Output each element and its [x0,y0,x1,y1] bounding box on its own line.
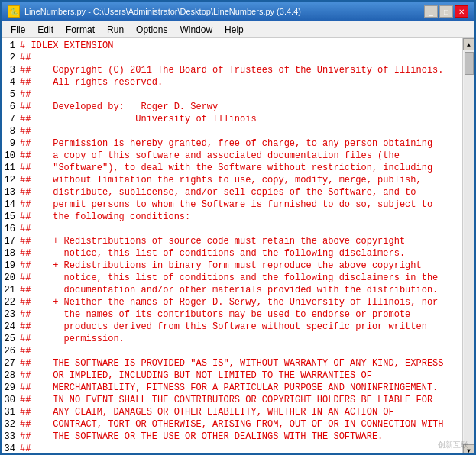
table-row: 8## [3,125,461,137]
line-number: 20 [3,272,20,284]
table-row: 28## OR IMPLIED, INCLUDING BUT NOT LIMIT… [3,369,461,382]
table-row: 15## the following conditions: [3,211,461,223]
line-number: 27 [3,357,20,369]
list-item: ## CONTRACT, TORT OR OTHERWISE, ARISING … [20,418,461,431]
line-number: 15 [3,211,20,223]
list-item: ## permission. [20,333,461,345]
table-row: 33## THE SOFTWARE OR THE USE OR OTHER DE… [3,431,461,443]
window-title: LineNumbers.py - C:\Users\Administrator\… [24,7,301,16]
line-number: 21 [3,284,20,296]
list-item: ## a copy of this software and associate… [20,150,461,162]
table-row: 21## documentation and/or other material… [3,284,461,296]
line-number: 32 [3,418,20,431]
menu-item-edit[interactable]: Edit [31,23,60,37]
list-item: ## [20,89,461,101]
table-row: 26## [3,345,461,357]
line-number: 19 [3,260,20,272]
menu-item-help[interactable]: Help [219,23,250,37]
close-button[interactable]: ✕ [455,5,468,18]
menu-item-format[interactable]: Format [60,23,101,37]
line-number: 24 [3,321,20,333]
line-number: 9 [3,137,20,150]
list-item: ## + Redistributions in binary form must… [20,260,461,272]
table-row: 23## the names of its contributors may b… [3,308,461,321]
table-row: 34## [3,443,461,455]
list-item: ## [20,125,461,137]
menu-item-file[interactable]: File [5,23,31,37]
menu-item-run[interactable]: Run [101,23,130,37]
editor-container: 1# IDLEX EXTENSION2##3## Copyright (C) 2… [2,38,474,455]
list-item: ## documentation and/or other materials … [20,284,461,296]
table-row: 29## MERCHANTABILITY, FITNESS FOR A PART… [3,382,461,394]
list-item: ## University of Illinois [20,113,461,125]
app-icon: 🐍 [8,5,20,18]
list-item: ## Permission is hereby granted, free of… [20,137,461,150]
line-number: 30 [3,394,20,406]
list-item: ## All rights reserved. [20,76,461,89]
list-item: ## ANY CLAIM, DAMAGES OR OTHER LIABILITY… [20,406,461,418]
line-number: 33 [3,431,20,443]
table-row: 19## + Redistributions in binary form mu… [3,260,461,272]
line-number: 1 [3,40,20,52]
list-item: ## "Software"), to deal with the Softwar… [20,162,461,174]
table-row: 9## Permission is hereby granted, free o… [3,137,461,150]
list-item: ## the names of its contributors may be … [20,308,461,321]
list-item: ## [20,345,461,357]
line-number: 34 [3,443,20,455]
line-number: 4 [3,76,20,89]
scrollbar[interactable]: ▲ ▼ [462,38,474,455]
list-item: ## products derived from this Software w… [20,321,461,333]
list-item: ## [20,223,461,235]
list-item: ## distribute, sublicense, and/or sell c… [20,186,461,198]
menu-bar: FileEditFormatRunOptionsWindowHelp [2,21,474,38]
scroll-down-button[interactable]: ▼ [463,444,475,455]
table-row: 13## distribute, sublicense, and/or sell… [3,186,461,198]
scroll-up-button[interactable]: ▲ [463,38,475,50]
list-item: ## + Redistributions of source code must… [20,235,461,247]
list-item: ## permit persons to whom the Software i… [20,198,461,211]
code-lines: 1# IDLEX EXTENSION2##3## Copyright (C) 2… [2,38,462,455]
line-number: 8 [3,125,20,137]
table-row: 11## "Software"), to deal with the Softw… [3,162,461,174]
minimize-button[interactable]: _ [424,5,438,18]
title-bar: 🐍 LineNumbers.py - C:\Users\Administrato… [2,2,474,21]
scroll-track[interactable] [464,50,474,444]
menu-item-options[interactable]: Options [130,23,173,37]
line-number: 25 [3,333,20,345]
line-number: 31 [3,406,20,418]
list-item: ## THE SOFTWARE IS PROVIDED "AS IS", WIT… [20,357,461,369]
line-number: 29 [3,382,20,394]
list-item: ## + Neither the names of Roger D. Serwy… [20,296,461,308]
list-item: ## OR IMPLIED, INCLUDING BUT NOT LIMITED… [20,369,461,382]
list-item: ## Developed by: Roger D. Serwy [20,101,461,113]
list-item: ## [20,52,461,64]
table-row: 2## [3,52,461,64]
line-number: 16 [3,223,20,235]
list-item: ## MERCHANTABILITY, FITNESS FOR A PARTIC… [20,382,461,394]
list-item: ## notice, this list of conditions and t… [20,247,461,260]
window-container: 🐍 LineNumbers.py - C:\Users\Administrato… [0,0,476,455]
line-number: 10 [3,150,20,162]
table-row: 22## + Neither the names of Roger D. Ser… [3,296,461,308]
line-number: 11 [3,162,20,174]
line-number: 22 [3,296,20,308]
line-number: 26 [3,345,20,357]
list-item: # IDLEX EXTENSION [20,40,461,52]
table-row: 6## Developed by: Roger D. Serwy [3,101,461,113]
scroll-thumb[interactable] [465,52,474,75]
list-item: ## Copyright (C) 2011 The Board of Trust… [20,64,461,76]
table-row: 18## notice, this list of conditions and… [3,247,461,260]
line-number: 3 [3,64,20,76]
list-item: ## notice, this list of conditions and t… [20,272,461,284]
table-row: 27## THE SOFTWARE IS PROVIDED "AS IS", W… [3,357,461,369]
menu-item-window[interactable]: Window [173,23,219,37]
maximize-button[interactable]: □ [439,5,453,18]
list-item: ## the following conditions: [20,211,461,223]
table-row: 20## notice, this list of conditions and… [3,272,461,284]
line-number: 28 [3,369,20,382]
table-row: 10## a copy of this software and associa… [3,150,461,162]
line-number: 13 [3,186,20,198]
list-item: ## without limitation the rights to use,… [20,174,461,186]
table-row: 5## [3,89,461,101]
line-number: 7 [3,113,20,125]
